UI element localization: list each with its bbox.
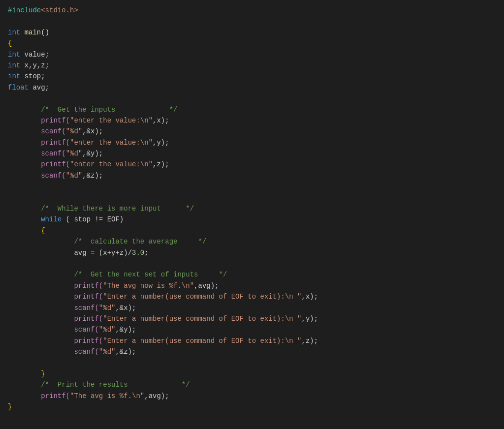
- code-line: scanf("%d",&x);: [8, 303, 496, 313]
- code-line: {: [8, 225, 496, 236]
- code-line: printf("Enter a number(use command of EO…: [8, 291, 496, 302]
- code-line: scanf("%d",&x);: [8, 126, 496, 137]
- code-line: scanf("%d",&z);: [8, 170, 496, 181]
- code-line: scanf("%d",&z);: [8, 346, 496, 357]
- code-line: printf("enter the value:\n",y);: [8, 137, 496, 148]
- code-line: }: [8, 401, 496, 412]
- code-line: int x,y,z;: [8, 60, 496, 71]
- code-line: printf("Enter a number(use command of EO…: [8, 336, 496, 346]
- code-line: [8, 16, 496, 27]
- code-line: printf("Enter a number(use command of EO…: [8, 313, 496, 324]
- code-line: [8, 358, 496, 368]
- code-line: /* Get the next set of inputs */: [8, 269, 496, 280]
- code-line: [8, 192, 496, 203]
- code-line: printf("The avg now is %f.\n",avg);: [8, 280, 496, 291]
- code-line: #include<stdio.h>: [8, 5, 496, 16]
- code-line: /* Print the results */: [8, 379, 496, 390]
- code-line: int main(): [8, 27, 496, 38]
- code-line: printf("enter the value:\n",x);: [8, 115, 496, 126]
- code-line: [8, 181, 496, 192]
- code-line: float avg;: [8, 82, 496, 93]
- code-editor: #include<stdio.h> int main(){int value;i…: [8, 5, 496, 412]
- code-line: }: [8, 368, 496, 379]
- code-line: while ( stop != EOF): [8, 214, 496, 225]
- code-line: printf("enter the value:\n",z);: [8, 159, 496, 170]
- code-line: /* Get the inputs */: [8, 104, 496, 115]
- code-line: [8, 258, 496, 269]
- code-line: scanf("%d",&y);: [8, 324, 496, 335]
- code-line: int value;: [8, 49, 496, 60]
- code-line: {: [8, 38, 496, 49]
- code-line: int stop;: [8, 71, 496, 82]
- code-line: /* While there is more input */: [8, 203, 496, 214]
- code-line: [8, 93, 496, 104]
- code-line: /* calculate the average */: [8, 236, 496, 247]
- code-line: scanf("%d",&y);: [8, 148, 496, 159]
- code-line: avg = (x+y+z)/3.0;: [8, 247, 496, 258]
- code-line: printf("The avg is %f.\n",avg);: [8, 391, 496, 401]
